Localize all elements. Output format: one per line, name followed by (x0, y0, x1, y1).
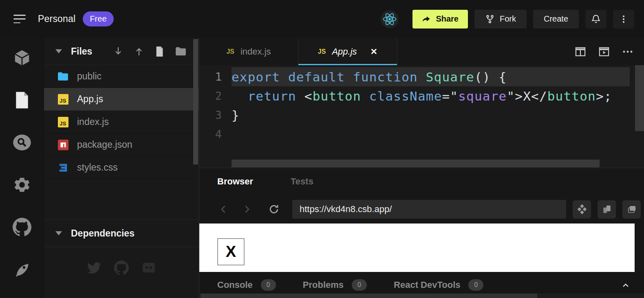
code-line-2[interactable]: 2 return <button className="square">X</b… (199, 86, 644, 105)
editor-vertical-scrollbar[interactable] (635, 65, 644, 131)
console-tab-react-devtools[interactable]: React DevTools0 (394, 279, 483, 291)
file-row-index-js[interactable]: JSindex.js (44, 111, 198, 134)
line-number: 4 (199, 128, 232, 140)
workspace-name[interactable]: Personal (38, 13, 75, 24)
editor-tabbar-actions (575, 38, 644, 65)
fork-button[interactable]: Fork (474, 10, 527, 28)
editor-tab-index-js[interactable]: JSindex.js (199, 38, 298, 65)
editor-more-icon[interactable] (622, 47, 633, 57)
github-icon[interactable] (13, 218, 31, 237)
more-options-button[interactable] (613, 10, 634, 28)
code-token: Square (426, 70, 474, 84)
url-input[interactable] (300, 204, 559, 215)
browser-tab-tests[interactable]: Tests (291, 176, 313, 187)
files-panel: Files publicJSApp.jsJSindex. (44, 38, 198, 298)
twitter-icon[interactable] (86, 260, 101, 275)
console-tab-console[interactable]: Console0 (217, 279, 276, 291)
files-panel-scrollbar[interactable] (193, 39, 198, 164)
download-icon[interactable] (113, 46, 123, 57)
square-button[interactable]: X (217, 238, 245, 265)
file-row-public[interactable]: public (44, 65, 198, 88)
upload-icon[interactable] (134, 46, 144, 57)
code-line-text (232, 125, 630, 144)
responsive-mode-button[interactable] (598, 200, 616, 219)
css-file-icon (57, 162, 68, 173)
back-icon[interactable] (219, 204, 228, 215)
file-list: publicJSApp.jsJSindex.jspackage.jsonstyl… (44, 65, 198, 179)
code-token (232, 89, 248, 103)
code-line-4[interactable]: 4 (199, 125, 644, 144)
js-file-icon: JS (58, 117, 68, 127)
browser-tab-browser[interactable]: Browser (217, 176, 253, 187)
code-line-text: return <button className="square">X</but… (232, 86, 630, 105)
bell-icon (591, 14, 601, 24)
split-view-icon[interactable] (575, 46, 586, 57)
code-token: button (313, 89, 361, 103)
editor-horizontal-scrollbar[interactable] (232, 160, 600, 167)
file-row-styles-css[interactable]: styles.css (44, 156, 198, 179)
file-name: public (77, 71, 101, 82)
files-panel-header: Files (44, 38, 198, 65)
settings-gear-icon[interactable] (13, 175, 31, 194)
file-name: styles.css (77, 162, 118, 173)
editor-tab-app-js[interactable]: JSApp.js✕ (298, 38, 397, 65)
notifications-button[interactable] (585, 10, 607, 28)
new-file-icon[interactable] (155, 46, 164, 57)
close-tab-icon[interactable]: ✕ (371, 47, 378, 56)
url-bar[interactable] (292, 200, 566, 219)
line-number: 1 (199, 70, 232, 83)
js-file-icon: JS (58, 94, 68, 105)
create-button[interactable]: Create (533, 10, 579, 28)
discord-icon[interactable] (141, 260, 156, 275)
code-token: =" (442, 89, 459, 103)
code-line-3[interactable]: 3} (199, 105, 644, 125)
js-file-icon: JS (57, 94, 68, 105)
github-footer-icon[interactable] (114, 260, 129, 275)
refresh-icon[interactable] (268, 203, 280, 215)
forward-icon[interactable] (243, 204, 251, 215)
console-scrollbar[interactable] (201, 294, 537, 298)
new-folder-icon[interactable] (175, 46, 186, 56)
search-icon[interactable] (13, 133, 31, 152)
editor-tab-label: index.js (240, 46, 271, 57)
code-token: ">X</ (507, 89, 547, 103)
code-token: >; (596, 89, 612, 103)
folder-file-icon (57, 71, 68, 82)
dependencies-header: Dependencies (44, 219, 198, 247)
count-badge: 0 (352, 279, 367, 291)
code-token: square (458, 89, 507, 103)
console-expand-chevron-icon[interactable] (622, 282, 644, 288)
code-editor[interactable]: 1export default function Square() {2 ret… (199, 65, 644, 168)
dependencies-title: Dependencies (71, 228, 135, 239)
code-line-1[interactable]: 1export default function Square() { (199, 67, 644, 86)
count-badge: 0 (261, 279, 276, 291)
line-number: 2 (199, 90, 232, 102)
open-in-new-window-button[interactable] (622, 200, 641, 219)
console-bar: Console0Problems0React DevTools0 (199, 272, 644, 298)
files-explorer-icon[interactable] (13, 91, 31, 110)
file-name: index.js (77, 116, 109, 127)
deploy-rocket-icon[interactable] (13, 260, 31, 279)
console-tab-problems[interactable]: Problems0 (303, 279, 367, 291)
share-arrow-icon (422, 15, 431, 24)
editor-tab-list: JSindex.jsJSApp.js✕ (199, 38, 397, 65)
code-token: className (369, 89, 442, 103)
preview-settings-button[interactable] (573, 200, 591, 219)
file-row-package-json[interactable]: package.json (44, 134, 198, 156)
line-number: 3 (199, 109, 232, 121)
files-collapse-chevron-icon[interactable] (55, 49, 62, 53)
js-file-icon: JS (57, 116, 68, 127)
npm-file-icon (57, 139, 68, 150)
dependencies-collapse-chevron-icon[interactable] (55, 231, 62, 235)
menu-icon[interactable] (13, 15, 26, 23)
code-token: export default function (232, 70, 426, 84)
editor-tab-bar: JSindex.jsJSApp.js✕ (199, 38, 644, 65)
browser-tab-bar: BrowserTests (199, 168, 644, 195)
file-row-app-js[interactable]: JSApp.js (44, 88, 198, 111)
social-links (44, 260, 198, 275)
js-tab-icon: JS (318, 48, 326, 55)
preview-toggle-icon[interactable] (598, 46, 610, 57)
sandbox-cube-icon[interactable] (13, 48, 31, 67)
share-button[interactable]: Share (412, 10, 468, 28)
code-token: return (248, 89, 296, 103)
